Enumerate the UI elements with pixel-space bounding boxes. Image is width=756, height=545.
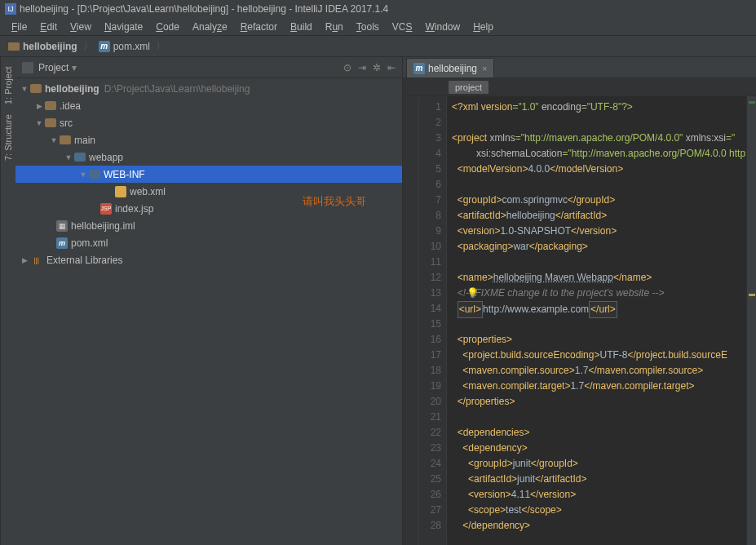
app-icon: IJ — [5, 3, 16, 15]
dropdown-icon[interactable]: ▾ — [72, 62, 77, 73]
tree-label: index.jsp — [115, 203, 153, 215]
menu-help[interactable]: Help — [466, 20, 500, 34]
editor-tab-hellobeijing[interactable]: m hellobeijing × — [406, 58, 494, 78]
tree-node-iml[interactable]: ▦ hellobeijing.iml — [15, 217, 402, 234]
toolstrip-structure[interactable]: 7: Structure — [3, 114, 13, 161]
breadcrumb-root[interactable]: hellobeijing — [5, 41, 81, 52]
breadcrumb-file-label: pom.xml — [113, 41, 150, 52]
folder-icon — [30, 84, 42, 93]
status-indicator — [749, 101, 755, 104]
menu-view[interactable]: View — [64, 20, 98, 34]
tree-label: web.xml — [130, 186, 166, 197]
menu-file[interactable]: File — [5, 20, 33, 34]
menu-navigate[interactable]: Navigate — [98, 20, 149, 34]
web-folder-icon — [89, 170, 100, 179]
maven-icon: m — [99, 41, 110, 52]
project-tree[interactable]: hellobeijing D:\Project\Java\Learn\hello… — [15, 78, 402, 545]
tree-node-pom[interactable]: m pom.xml — [15, 234, 402, 251]
menu-code[interactable]: Code — [149, 20, 186, 34]
folder-icon — [45, 118, 56, 127]
xml-path-crumb[interactable]: project — [449, 81, 489, 94]
expand-icon[interactable] — [77, 171, 89, 179]
close-icon[interactable]: × — [482, 64, 487, 73]
code-content[interactable]: <?xml version="1.0" encoding="UTF-8"?><p… — [447, 96, 756, 545]
left-tool-strip: 7: Structure 1: Project — [0, 57, 15, 545]
tree-label: webapp — [89, 152, 123, 163]
toolstrip-project[interactable]: 1: Project — [3, 67, 13, 104]
menu-vcs[interactable]: VCS — [386, 20, 419, 34]
menu-run[interactable]: Run — [319, 20, 350, 34]
menu-tools[interactable]: Tools — [350, 20, 386, 34]
iml-file-icon: ▦ — [56, 220, 68, 232]
expand-icon[interactable] — [48, 136, 60, 144]
error-stripe[interactable] — [746, 96, 756, 545]
warning-marker[interactable] — [749, 294, 755, 296]
menu-edit[interactable]: Edit — [33, 20, 64, 34]
tree-node-main[interactable]: main — [15, 131, 402, 148]
expand-icon[interactable] — [63, 153, 74, 162]
web-folder-icon — [74, 153, 86, 162]
expand-icon[interactable] — [19, 256, 30, 264]
settings-icon[interactable]: ✲ — [373, 62, 381, 73]
menu-window[interactable]: Window — [418, 20, 466, 34]
tab-label: hellobeijing — [428, 63, 477, 74]
tree-label: .idea — [60, 100, 81, 112]
tree-node-extlib[interactable]: ⫼ External Libraries — [15, 251, 402, 268]
library-icon: ⫼ — [30, 255, 43, 266]
chevron-right-icon: 〉 — [81, 39, 95, 53]
tree-label: hellobeijing — [45, 83, 99, 95]
project-tool-title: Project — [38, 62, 69, 73]
tree-label: hellobeijing.iml — [71, 220, 135, 232]
menu-analyze[interactable]: Analyze — [186, 20, 234, 34]
tree-label: main — [74, 135, 95, 146]
code-editor[interactable]: 1234567891011121314151617181920212223242… — [403, 96, 756, 545]
tree-label: External Libraries — [46, 255, 122, 266]
nav-breadcrumb: hellobeijing 〉 m pom.xml 〉 — [0, 36, 756, 57]
scroll-from-source-icon[interactable]: ⊙ — [343, 62, 351, 73]
folder-icon — [45, 101, 56, 110]
tree-label: src — [60, 117, 73, 129]
tree-label: pom.xml — [71, 237, 108, 249]
tree-path: D:\Project\Java\Learn\hellobeijing — [104, 83, 250, 95]
tree-node-webapp[interactable]: webapp — [15, 148, 402, 166]
tree-label: WEB-INF — [104, 169, 145, 180]
editor-breadcrumb: project — [403, 78, 756, 96]
tree-node-idea[interactable]: .idea — [15, 97, 402, 114]
editor-area: m hellobeijing × project 123456789101112… — [403, 57, 756, 545]
collapse-all-icon[interactable]: ⇥ — [358, 62, 366, 73]
jsp-file-icon: JSP — [100, 203, 112, 215]
menu-refactor[interactable]: Refactor — [234, 20, 284, 34]
watermark-text: 请叫我头头哥 — [303, 194, 366, 209]
intention-bulb-icon[interactable]: 💡 — [466, 286, 479, 301]
expand-icon[interactable] — [33, 119, 45, 127]
expand-icon[interactable] — [33, 102, 45, 110]
editor-tabs: m hellobeijing × — [403, 57, 756, 78]
project-tool-header: Project ▾ ⊙ ⇥ ✲ ⇤ — [15, 57, 402, 78]
tree-node-src[interactable]: src — [15, 114, 402, 131]
window-title: hellobeijing - [D:\Project\Java\Learn\he… — [20, 3, 388, 15]
title-bar: IJ hellobeijing - [D:\Project\Java\Learn… — [0, 0, 756, 18]
menu-build[interactable]: Build — [284, 20, 319, 34]
tree-node-webinf[interactable]: WEB-INF — [15, 166, 402, 183]
tree-node-root[interactable]: hellobeijing D:\Project\Java\Learn\hello… — [15, 80, 402, 97]
menu-bar: File Edit View Navigate Code Analyze Ref… — [0, 18, 756, 36]
xml-file-icon — [115, 186, 126, 197]
gutter-markers — [403, 96, 419, 545]
breadcrumb-root-label: hellobeijing — [23, 41, 77, 52]
line-gutter: 1234567891011121314151617181920212223242… — [419, 96, 447, 545]
expand-icon[interactable] — [19, 85, 30, 93]
maven-icon: m — [413, 63, 425, 74]
chevron-right-icon: 〉 — [153, 39, 168, 53]
breadcrumb-file[interactable]: m pom.xml — [95, 41, 153, 52]
project-tool-window: Project ▾ ⊙ ⇥ ✲ ⇤ hellobeijing D:\Projec… — [15, 57, 403, 545]
folder-icon — [60, 135, 71, 144]
hide-icon[interactable]: ⇤ — [387, 62, 396, 73]
project-icon — [22, 62, 33, 73]
folder-icon — [8, 42, 20, 51]
maven-icon: m — [56, 237, 68, 249]
